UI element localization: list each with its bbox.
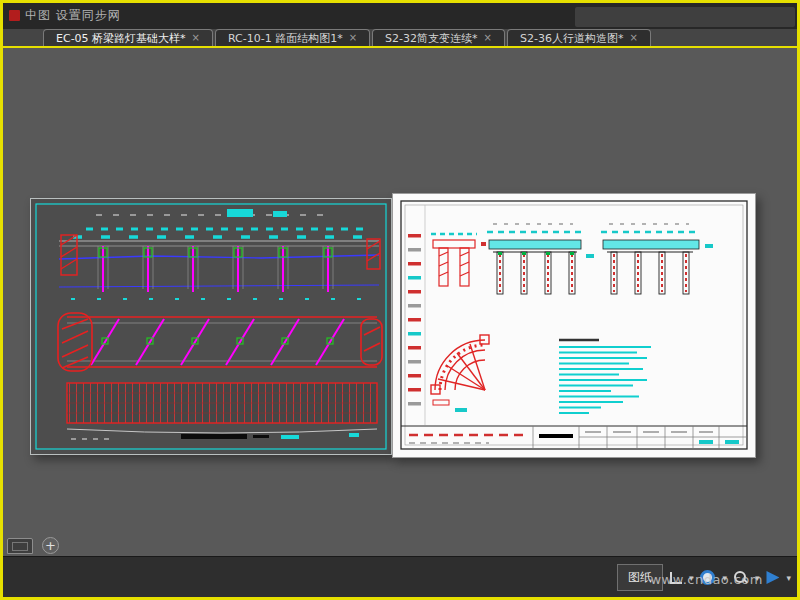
right-sheet-drawing [393,194,755,457]
tab-label: RC-10-1 路面结构图1* [228,31,343,46]
layout-tab[interactable] [7,538,33,554]
tab-label: S2-36人行道构造图* [520,31,623,46]
status-controls: 图纸 ▾ ▾ ▾ ▾ [617,564,791,591]
logo-icon [9,10,20,21]
file-tab[interactable]: S2-32简支变连续* × [372,29,505,46]
paper-sheet[interactable] [392,193,756,458]
close-icon[interactable]: × [192,33,200,43]
drawing-canvas[interactable]: + [3,48,797,557]
top-watermark: 中图 设置同步网 [9,7,121,24]
caret-down-icon[interactable]: ▾ [755,573,760,583]
close-icon[interactable]: × [629,33,637,43]
tab-label: EC-05 桥梁路灯基础大样* [56,31,186,46]
file-tab[interactable]: RC-10-1 路面结构图1* × [215,29,370,46]
file-tab[interactable]: EC-05 桥梁路灯基础大样* × [43,29,213,46]
left-sheet-drawing [31,199,391,454]
status-bar: 图纸 ▾ ▾ ▾ ▾ www.cndao.com [3,556,797,597]
add-layout-button[interactable]: + [42,537,59,554]
paper-model-toggle[interactable]: 图纸 [617,564,663,591]
top-watermark-text: 中图 设置同步网 [25,7,121,24]
tab-label: S2-32简支变连续* [385,31,477,46]
layout-tab-bar: + [7,537,59,554]
title-bar: 中图 设置同步网 [3,3,797,29]
showmotion-icon[interactable] [766,571,779,584]
model-sheet[interactable] [30,198,392,455]
close-icon[interactable]: × [349,33,357,43]
quick-view-icon[interactable] [670,572,682,584]
file-tab-bar: EC-05 桥梁路灯基础大样* × RC-10-1 路面结构图1* × S2-3… [3,29,797,46]
steering-wheel-icon[interactable] [700,570,715,585]
caret-down-icon[interactable]: ▾ [786,573,791,583]
cad-window: 中图 设置同步网 EC-05 桥梁路灯基础大样* × RC-10-1 路面结构图… [0,0,800,600]
caret-down-icon[interactable]: ▾ [722,573,727,583]
close-icon[interactable]: × [484,33,492,43]
zoom-icon[interactable] [734,571,748,585]
file-tab[interactable]: S2-36人行道构造图* × [507,29,651,46]
titlebar-panel [575,7,795,27]
caret-down-icon[interactable]: ▾ [689,573,694,583]
